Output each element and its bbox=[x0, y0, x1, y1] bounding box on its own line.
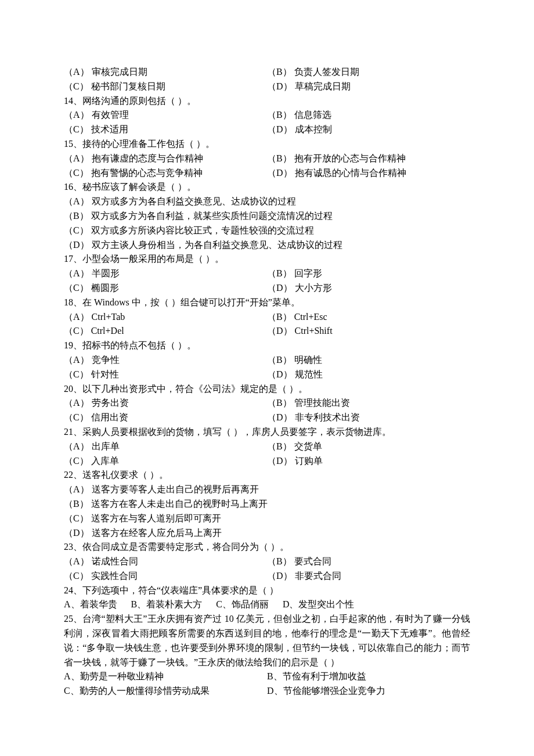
question-18: 18、在 Windows 中，按（ ）组合键可以打开“开始”菜单。 （A） Ct… bbox=[64, 296, 470, 339]
option-17-b: （B） 回字形 bbox=[267, 267, 470, 281]
option-16-c: （C） 双方或多方所谈内容比较正式，专题性较强的交流过程 bbox=[64, 224, 470, 238]
option-15-a: （A） 抱有谦虚的态度与合作精神 bbox=[64, 152, 267, 166]
option-24-d: D、发型突出个性 bbox=[283, 597, 369, 612]
question-20: 20、以下几种出资形式中，符合《公司法》规定的是（ ）。 （A） 劳务出资 （B… bbox=[64, 382, 470, 425]
option-25-b: B、节俭有利于增加收益 bbox=[267, 669, 470, 684]
stem-20: 20、以下几种出资形式中，符合《公司法》规定的是（ ）。 bbox=[64, 382, 470, 397]
option-14-a: （A） 有效管理 bbox=[64, 108, 267, 123]
option-24-b: B、着装朴素大方 bbox=[131, 597, 217, 612]
option-17-c: （C） 椭圆形 bbox=[64, 281, 267, 296]
stem-25: 25、台湾“塑料大王”王永庆拥有资产过 10 亿美元，但创业之初，白手起家的他，… bbox=[64, 612, 470, 669]
option-15-b: （B） 抱有开放的心态与合作精神 bbox=[267, 152, 470, 166]
stem-15: 15、接待的心理准备工作包括（ ）。 bbox=[64, 137, 470, 152]
option-20-b: （B） 管理技能出资 bbox=[267, 396, 470, 411]
stem-24: 24、下列选项中，符合“仪表端庄”具体要求的是（ ） bbox=[64, 584, 470, 598]
option-18-d: （D） Ctrl+Shift bbox=[267, 324, 470, 339]
question-24: 24、下列选项中，符合“仪表端庄”具体要求的是（ ） A、着装华贵 B、着装朴素… bbox=[64, 584, 470, 613]
options-19: （A） 竞争性 （B） 明确性 （C） 针对性 （D） 规范性 bbox=[64, 353, 470, 382]
option-21-d: （D） 订购单 bbox=[267, 454, 470, 469]
option-23-a: （A） 诺成性合同 bbox=[64, 555, 267, 569]
option-18-c: （C） Ctrl+Del bbox=[64, 324, 267, 339]
options-16: （A） 双方或多方为各自利益交换意见、达成协议的过程 （B） 双方或多方为各自利… bbox=[64, 195, 470, 252]
option-20-a: （A） 劳务出资 bbox=[64, 396, 267, 411]
option-19-d: （D） 规范性 bbox=[267, 368, 470, 382]
stem-23: 23、依合同成立是否需要特定形式，将合同分为（ ）。 bbox=[64, 540, 470, 555]
option-21-b: （B） 交货单 bbox=[267, 440, 470, 454]
option-13-a: （A） 审核完成日期 bbox=[64, 65, 267, 80]
question-15: 15、接待的心理准备工作包括（ ）。 （A） 抱有谦虚的态度与合作精神 （B） … bbox=[64, 137, 470, 180]
option-13-c: （C） 秘书部门复核日期 bbox=[64, 80, 267, 94]
question-16: 16、秘书应该了解会谈是（ ）。 （A） 双方或多方为各自利益交换意见、达成协议… bbox=[64, 180, 470, 252]
option-21-c: （C） 入库单 bbox=[64, 454, 267, 469]
option-17-d: （D） 大小方形 bbox=[267, 281, 470, 296]
option-16-a: （A） 双方或多方为各自利益交换意见、达成协议的过程 bbox=[64, 195, 470, 209]
option-19-a: （A） 竞争性 bbox=[64, 353, 267, 368]
options-18: （A） Ctrl+Tab （B） Ctrl+Esc （C） Ctrl+Del （… bbox=[64, 310, 470, 339]
option-17-a: （A） 半圆形 bbox=[64, 267, 267, 281]
option-24-c: C、饰品俏丽 bbox=[216, 597, 283, 612]
option-16-b: （B） 双方或多方为各自利益，就某些实质性问题交流情况的过程 bbox=[64, 209, 470, 224]
options-15: （A） 抱有谦虚的态度与合作精神 （B） 抱有开放的心态与合作精神 （C） 抱有… bbox=[64, 152, 470, 181]
stem-22: 22、送客礼仪要求（ ）。 bbox=[64, 468, 470, 483]
option-25-d: D、节俭能够增强企业竞争力 bbox=[267, 684, 470, 699]
option-13-d: （D） 草稿完成日期 bbox=[267, 80, 470, 94]
option-22-c: （C） 送客方在与客人道别后即可离开 bbox=[64, 512, 470, 526]
question-13: （A） 审核完成日期 （B） 负责人签发日期 （C） 秘书部门复核日期 （D） … bbox=[64, 65, 470, 94]
option-20-c: （C） 信用出资 bbox=[64, 411, 267, 425]
options-17: （A） 半圆形 （B） 回字形 （C） 椭圆形 （D） 大小方形 bbox=[64, 267, 470, 296]
option-13-b: （B） 负责人签发日期 bbox=[267, 65, 470, 80]
question-22: 22、送客礼仪要求（ ）。 （A） 送客方要等客人走出自己的视野后再离开 （B）… bbox=[64, 468, 470, 540]
option-18-b: （B） Ctrl+Esc bbox=[267, 310, 470, 325]
stem-18: 18、在 Windows 中，按（ ）组合键可以打开“开始”菜单。 bbox=[64, 296, 470, 310]
option-24-a: A、着装华贵 bbox=[64, 597, 131, 612]
stem-16: 16、秘书应该了解会谈是（ ）。 bbox=[64, 180, 470, 195]
options-24: A、着装华贵 B、着装朴素大方 C、饰品俏丽 D、发型突出个性 bbox=[64, 597, 470, 612]
question-17: 17、小型会场一般采用的布局是（ ）。 （A） 半圆形 （B） 回字形 （C） … bbox=[64, 252, 470, 295]
question-19: 19、招标书的特点不包括（ ）。 （A） 竞争性 （B） 明确性 （C） 针对性… bbox=[64, 339, 470, 381]
stem-19: 19、招标书的特点不包括（ ）。 bbox=[64, 339, 470, 353]
option-23-c: （C） 实践性合同 bbox=[64, 569, 267, 584]
options-21: （A） 出库单 （B） 交货单 （C） 入库单 （D） 订购单 bbox=[64, 440, 470, 469]
stem-14: 14、网络沟通的原则包括（ ）。 bbox=[64, 94, 470, 109]
option-23-d: （D） 非要式合同 bbox=[267, 569, 470, 584]
option-16-d: （D） 双方主谈人身份相当，为各自利益交换意见、达成协议的过程 bbox=[64, 238, 470, 253]
option-22-d: （D） 送客方在经客人应允后马上离开 bbox=[64, 526, 470, 541]
option-20-d: （D） 非专利技术出资 bbox=[267, 411, 470, 425]
options-13: （A） 审核完成日期 （B） 负责人签发日期 （C） 秘书部门复核日期 （D） … bbox=[64, 65, 470, 94]
option-18-a: （A） Ctrl+Tab bbox=[64, 310, 267, 325]
option-25-c: C、勤劳的人一般懂得珍惜劳动成果 bbox=[64, 684, 267, 699]
option-15-d: （D） 抱有诚恳的心情与合作精神 bbox=[267, 166, 470, 181]
question-21: 21、采购人员要根据收到的货物，填写（ ），库房人员要签字，表示货物进库。 （A… bbox=[64, 425, 470, 468]
option-22-b: （B） 送客方在客人未走出自己的视野时马上离开 bbox=[64, 497, 470, 512]
option-19-b: （B） 明确性 bbox=[267, 353, 470, 368]
option-19-c: （C） 针对性 bbox=[64, 368, 267, 382]
question-14: 14、网络沟通的原则包括（ ）。 （A） 有效管理 （B） 信息筛选 （C） 技… bbox=[64, 94, 470, 137]
question-23: 23、依合同成立是否需要特定形式，将合同分为（ ）。 （A） 诺成性合同 （B）… bbox=[64, 540, 470, 583]
options-22: （A） 送客方要等客人走出自己的视野后再离开 （B） 送客方在客人未走出自己的视… bbox=[64, 483, 470, 540]
stem-17: 17、小型会场一般采用的布局是（ ）。 bbox=[64, 252, 470, 267]
option-23-b: （B） 要式合同 bbox=[267, 555, 470, 569]
question-25: 25、台湾“塑料大王”王永庆拥有资产过 10 亿美元，但创业之初，白手起家的他，… bbox=[64, 612, 470, 699]
option-22-a: （A） 送客方要等客人走出自己的视野后再离开 bbox=[64, 483, 470, 497]
stem-21: 21、采购人员要根据收到的货物，填写（ ），库房人员要签字，表示货物进库。 bbox=[64, 425, 470, 440]
option-14-d: （D） 成本控制 bbox=[267, 123, 470, 137]
option-21-a: （A） 出库单 bbox=[64, 440, 267, 454]
option-25-a: A、勤劳是一种敬业精神 bbox=[64, 669, 267, 684]
options-25: A、勤劳是一种敬业精神 B、节俭有利于增加收益 C、勤劳的人一般懂得珍惜劳动成果… bbox=[64, 669, 470, 699]
option-14-c: （C） 技术适用 bbox=[64, 123, 267, 137]
options-23: （A） 诺成性合同 （B） 要式合同 （C） 实践性合同 （D） 非要式合同 bbox=[64, 555, 470, 584]
option-15-c: （C） 抱有警惕的心态与竞争精神 bbox=[64, 166, 267, 181]
option-14-b: （B） 信息筛选 bbox=[267, 108, 470, 123]
options-14: （A） 有效管理 （B） 信息筛选 （C） 技术适用 （D） 成本控制 bbox=[64, 108, 470, 137]
options-20: （A） 劳务出资 （B） 管理技能出资 （C） 信用出资 （D） 非专利技术出资 bbox=[64, 396, 470, 425]
